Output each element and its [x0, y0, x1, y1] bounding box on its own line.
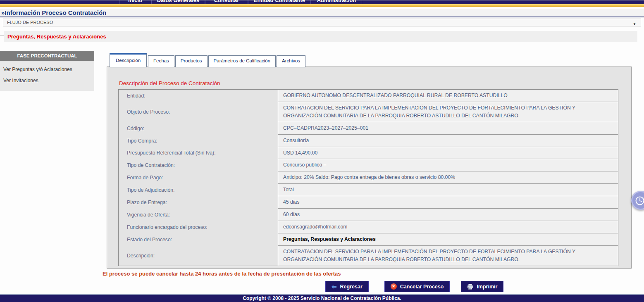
- tab[interactable]: Fechas: [148, 55, 174, 67]
- section-title: Descripción del Proceso de Contratación: [119, 80, 220, 86]
- field-label: Código:: [119, 122, 278, 135]
- field-label: Entidad:: [119, 90, 278, 102]
- cancel-button-label: Cancelar Proceso: [400, 284, 444, 290]
- print-button[interactable]: Imprimir: [461, 281, 503, 292]
- print-button-label: Imprimir: [477, 284, 497, 290]
- nav-menu-item[interactable]: Entidad Contratante: [248, 0, 311, 4]
- nav-menu-item[interactable]: Inicio: [119, 0, 151, 4]
- cancel-process-button[interactable]: ✕ Cancelar Proceso: [384, 281, 450, 292]
- table-row: Forma de Pago: Anticipo: 20% Saldo: Pago…: [119, 171, 618, 184]
- field-value: Total: [278, 184, 618, 196]
- field-label: Vigencia de Oferta:: [119, 209, 278, 221]
- cancel-deadline-note: El proceso se puede cancelar hasta 24 ho…: [103, 271, 341, 277]
- main-navigation: Inicio Datos Generales Consultar Entidad…: [0, 0, 644, 4]
- page-title: »Información Proceso Contratación: [1, 9, 106, 16]
- field-value: USD 14,490.00: [278, 147, 618, 159]
- sidebar: FASE PRECONTRACTUAL Ver Preguntas y/ó Ac…: [0, 51, 94, 91]
- copyright-text: Copyright © 2008 - 2025 Servicio Naciona…: [243, 295, 401, 301]
- sidebar-link[interactable]: Ver Preguntas y/ó Aclaraciones: [0, 64, 94, 75]
- table-row: Funcionario encargado del proceso: edcon…: [119, 221, 618, 233]
- field-label: Tipo de Contratación:: [119, 159, 278, 171]
- field-value: Anticipo: 20% Saldo: Pago contra entrega…: [278, 171, 618, 184]
- winged-clock-icon: [634, 193, 644, 207]
- process-flow-select[interactable]: FLUJO DE PROCESO ▼: [3, 19, 641, 26]
- back-arrow-icon: ⬅: [332, 283, 337, 290]
- field-value: Preguntas, Respuestas y Aclaraciones: [278, 233, 618, 246]
- field-label: Funcionario encargado del proceso:: [119, 221, 278, 233]
- field-value: Concurso publico –: [278, 159, 618, 171]
- table-row: Objeto de Proceso: CONTRATACION DEL SERV…: [119, 102, 618, 122]
- nav-menu-item[interactable]: Consultar: [205, 0, 248, 4]
- field-label: Objeto de Proceso:: [119, 102, 278, 122]
- tab[interactable]: Descripción: [110, 53, 147, 67]
- fieldset-tick: [0, 36, 4, 36]
- table-row: Vigencia de Oferta: 60 días: [119, 209, 618, 221]
- field-value: edconsagrado@hotmail.com: [278, 221, 618, 233]
- title-bar: »Información Proceso Contratación: [0, 9, 644, 17]
- sidebar-title: FASE PRECONTRACTUAL: [0, 51, 94, 61]
- countdown-clock-widget[interactable]: [631, 191, 644, 210]
- field-label: Tipo Compra:: [119, 135, 278, 147]
- field-value: 60 días: [278, 209, 618, 221]
- table-row: Código: CPC–GADPRA2023–2027–2025–001: [119, 122, 618, 135]
- process-flow-selected-value: FLUJO DE PROCESO: [7, 20, 53, 25]
- process-status-heading: Preguntas, Respuestas y Aclaraciones: [7, 33, 106, 40]
- sidebar-link[interactable]: Ver Invitaciones: [0, 75, 94, 86]
- back-button[interactable]: ⬅ Regresar: [325, 281, 369, 292]
- field-value: Consultoría: [278, 135, 618, 147]
- printer-icon: [467, 284, 473, 290]
- field-value: GOBIERNO AUTONOMO DESCENTRALIZADO PARROQ…: [278, 90, 618, 102]
- tab[interactable]: Parámetros de Calificación: [208, 55, 276, 67]
- back-button-label: Regresar: [340, 284, 363, 290]
- field-label: Forma de Pago:: [119, 171, 278, 184]
- nav-menu-item[interactable]: Administración: [311, 0, 362, 4]
- field-value: CONTRATACION DEL SERVICIO PARA LA IMPLEM…: [278, 246, 618, 266]
- field-value: CPC–GADPRA2023–2027–2025–001: [278, 122, 618, 135]
- tab[interactable]: Productos: [175, 55, 208, 67]
- field-label: Tipo de Adjudicación:: [119, 184, 278, 196]
- table-row: Plazo de Entrega: 45 dias: [119, 196, 618, 209]
- detail-tabs: Descripción Fechas Productos Parámetros …: [110, 53, 306, 67]
- process-status-band: Preguntas, Respuestas y Aclaraciones: [4, 31, 637, 42]
- field-label: Plazo de Entrega:: [119, 196, 278, 209]
- footer-bar: Copyright © 2008 - 2025 Servicio Naciona…: [0, 294, 644, 302]
- field-label: Presupuesto Referencial Total (Sin Iva):: [119, 147, 278, 159]
- process-fields-table: Entidad: GOBIERNO AUTONOMO DESCENTRALIZA…: [118, 89, 618, 266]
- field-label: Descripción:: [119, 246, 278, 266]
- tab[interactable]: Archivos: [277, 55, 305, 67]
- table-row: Tipo de Contratación: Concurso publico –: [119, 159, 618, 171]
- sidebar-menu: Ver Preguntas y/ó Aclaraciones Ver Invit…: [0, 61, 94, 91]
- table-row: Estado del Proceso: Preguntas, Respuesta…: [119, 233, 618, 246]
- table-row: Tipo de Adjudicación: Total: [119, 184, 618, 196]
- table-row: Descripción: CONTRATACION DEL SERVICIO P…: [119, 246, 618, 266]
- description-panel: Descripción del Proceso de Contratación …: [107, 67, 632, 269]
- field-label: Estado del Proceso:: [119, 233, 278, 246]
- nav-menu-item[interactable]: Datos Generales: [151, 0, 205, 4]
- table-row: Presupuesto Referencial Total (Sin Iva):…: [119, 147, 618, 159]
- table-row: Entidad: GOBIERNO AUTONOMO DESCENTRALIZA…: [119, 90, 618, 102]
- field-value: CONTRATACION DEL SERVICIO PARA LA IMPLEM…: [278, 102, 618, 122]
- chevron-down-icon: ▼: [633, 21, 636, 28]
- cancel-x-icon: ✕: [391, 283, 397, 290]
- action-buttons: ⬅ Regresar ✕ Cancelar Proceso Imprimir: [325, 281, 503, 292]
- gold-accent-bar: [0, 4, 644, 7]
- field-value: 45 dias: [278, 196, 618, 209]
- table-row: Tipo Compra: Consultoría: [119, 135, 618, 147]
